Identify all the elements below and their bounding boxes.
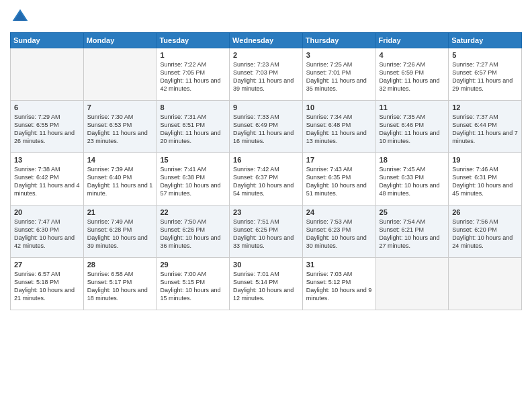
day-cell: 6Sunrise: 7:29 AM Sunset: 6:55 PM Daylig… <box>11 101 84 153</box>
day-number: 2 <box>233 51 299 59</box>
day-number: 19 <box>452 156 518 164</box>
day-cell: 1Sunrise: 7:22 AM Sunset: 7:05 PM Daylig… <box>157 48 230 101</box>
day-cell: 27Sunrise: 6:57 AM Sunset: 5:18 PM Dayli… <box>11 258 84 310</box>
day-number: 27 <box>14 261 80 269</box>
day-info: Sunrise: 7:29 AM Sunset: 6:55 PM Dayligh… <box>14 113 80 146</box>
day-cell: 25Sunrise: 7:54 AM Sunset: 6:21 PM Dayli… <box>375 205 449 258</box>
day-info: Sunrise: 7:54 AM Sunset: 6:21 PM Dayligh… <box>380 218 445 250</box>
day-cell: 23Sunrise: 7:51 AM Sunset: 6:25 PM Dayli… <box>230 205 303 258</box>
header <box>10 7 522 27</box>
day-info: Sunrise: 7:25 AM Sunset: 7:01 PM Dayligh… <box>306 60 372 93</box>
day-cell: 8Sunrise: 7:31 AM Sunset: 6:51 PM Daylig… <box>157 101 230 153</box>
day-number: 24 <box>306 208 372 216</box>
day-cell: 26Sunrise: 7:56 AM Sunset: 6:20 PM Dayli… <box>449 205 522 258</box>
header-cell-friday: Friday <box>375 33 449 48</box>
day-info: Sunrise: 7:03 AM Sunset: 5:12 PM Dayligh… <box>306 270 372 303</box>
week-row-5: 27Sunrise: 6:57 AM Sunset: 5:18 PM Dayli… <box>11 258 522 310</box>
day-number: 16 <box>233 156 299 164</box>
day-info: Sunrise: 7:30 AM Sunset: 6:53 PM Dayligh… <box>87 113 153 146</box>
day-number: 26 <box>452 208 518 216</box>
calendar-table: SundayMondayTuesdayWednesdayThursdayFrid… <box>10 32 522 310</box>
day-cell <box>375 258 449 310</box>
day-number: 15 <box>160 156 226 164</box>
day-number: 30 <box>233 261 299 269</box>
week-row-1: 1Sunrise: 7:22 AM Sunset: 7:05 PM Daylig… <box>11 48 522 101</box>
day-number: 8 <box>160 103 226 111</box>
day-number: 21 <box>87 208 153 216</box>
day-cell: 3Sunrise: 7:25 AM Sunset: 7:01 PM Daylig… <box>302 48 375 101</box>
day-cell: 10Sunrise: 7:34 AM Sunset: 6:48 PM Dayli… <box>302 101 375 153</box>
day-info: Sunrise: 7:46 AM Sunset: 6:31 PM Dayligh… <box>452 165 518 198</box>
day-info: Sunrise: 7:00 AM Sunset: 5:15 PM Dayligh… <box>160 270 226 303</box>
day-cell: 4Sunrise: 7:26 AM Sunset: 6:59 PM Daylig… <box>375 48 449 101</box>
day-number: 28 <box>87 261 153 269</box>
day-number: 18 <box>380 156 445 164</box>
day-number: 9 <box>233 103 299 111</box>
day-info: Sunrise: 7:43 AM Sunset: 6:35 PM Dayligh… <box>306 165 372 198</box>
day-number: 29 <box>160 261 226 269</box>
day-info: Sunrise: 7:23 AM Sunset: 7:03 PM Dayligh… <box>233 60 299 93</box>
day-cell: 12Sunrise: 7:37 AM Sunset: 6:44 PM Dayli… <box>449 101 522 153</box>
day-info: Sunrise: 7:26 AM Sunset: 6:59 PM Dayligh… <box>380 60 445 93</box>
day-cell: 7Sunrise: 7:30 AM Sunset: 6:53 PM Daylig… <box>83 101 157 153</box>
header-cell-sunday: Sunday <box>11 33 84 48</box>
day-cell: 13Sunrise: 7:38 AM Sunset: 6:42 PM Dayli… <box>11 153 84 205</box>
day-number: 22 <box>160 208 226 216</box>
day-number: 1 <box>160 51 226 59</box>
day-info: Sunrise: 7:51 AM Sunset: 6:25 PM Dayligh… <box>233 218 299 250</box>
day-info: Sunrise: 7:22 AM Sunset: 7:05 PM Dayligh… <box>160 60 226 93</box>
day-number: 17 <box>306 156 372 164</box>
day-info: Sunrise: 7:34 AM Sunset: 6:48 PM Dayligh… <box>306 113 372 146</box>
day-info: Sunrise: 7:42 AM Sunset: 6:37 PM Dayligh… <box>233 165 299 198</box>
day-cell: 24Sunrise: 7:53 AM Sunset: 6:23 PM Dayli… <box>302 205 375 258</box>
day-number: 13 <box>14 156 80 164</box>
day-number: 3 <box>306 51 372 59</box>
week-row-4: 20Sunrise: 7:47 AM Sunset: 6:30 PM Dayli… <box>11 205 522 258</box>
day-number: 7 <box>87 103 153 111</box>
day-number: 25 <box>380 208 445 216</box>
day-number: 31 <box>306 261 372 269</box>
day-info: Sunrise: 7:01 AM Sunset: 5:14 PM Dayligh… <box>233 270 299 303</box>
day-number: 10 <box>306 103 372 111</box>
day-cell: 22Sunrise: 7:50 AM Sunset: 6:26 PM Dayli… <box>157 205 230 258</box>
logo-icon <box>10 7 30 27</box>
day-info: Sunrise: 7:38 AM Sunset: 6:42 PM Dayligh… <box>14 165 80 198</box>
day-info: Sunrise: 6:57 AM Sunset: 5:18 PM Dayligh… <box>14 270 80 303</box>
day-cell: 29Sunrise: 7:00 AM Sunset: 5:15 PM Dayli… <box>157 258 230 310</box>
calendar-page: SundayMondayTuesdayWednesdayThursdayFrid… <box>0 0 532 411</box>
logo <box>10 7 32 27</box>
day-cell: 16Sunrise: 7:42 AM Sunset: 6:37 PM Dayli… <box>230 153 303 205</box>
day-cell <box>83 48 157 101</box>
day-cell: 15Sunrise: 7:41 AM Sunset: 6:38 PM Dayli… <box>157 153 230 205</box>
header-cell-monday: Monday <box>83 33 157 48</box>
day-cell: 30Sunrise: 7:01 AM Sunset: 5:14 PM Dayli… <box>230 258 303 310</box>
day-info: Sunrise: 7:27 AM Sunset: 6:57 PM Dayligh… <box>452 60 518 93</box>
day-info: Sunrise: 7:39 AM Sunset: 6:40 PM Dayligh… <box>87 165 153 198</box>
day-number: 14 <box>87 156 153 164</box>
day-info: Sunrise: 7:35 AM Sunset: 6:46 PM Dayligh… <box>380 113 445 146</box>
day-info: Sunrise: 7:47 AM Sunset: 6:30 PM Dayligh… <box>14 218 80 250</box>
day-info: Sunrise: 7:41 AM Sunset: 6:38 PM Dayligh… <box>160 165 226 198</box>
day-cell: 20Sunrise: 7:47 AM Sunset: 6:30 PM Dayli… <box>11 205 84 258</box>
week-row-3: 13Sunrise: 7:38 AM Sunset: 6:42 PM Dayli… <box>11 153 522 205</box>
header-cell-thursday: Thursday <box>302 33 375 48</box>
day-number: 12 <box>452 103 518 111</box>
day-cell <box>449 258 522 310</box>
day-number: 20 <box>14 208 80 216</box>
day-cell: 9Sunrise: 7:33 AM Sunset: 6:49 PM Daylig… <box>230 101 303 153</box>
day-number: 4 <box>380 51 445 59</box>
day-info: Sunrise: 6:58 AM Sunset: 5:17 PM Dayligh… <box>87 270 153 303</box>
day-cell: 14Sunrise: 7:39 AM Sunset: 6:40 PM Dayli… <box>83 153 157 205</box>
day-info: Sunrise: 7:53 AM Sunset: 6:23 PM Dayligh… <box>306 218 372 250</box>
day-info: Sunrise: 7:50 AM Sunset: 6:26 PM Dayligh… <box>160 218 226 250</box>
day-number: 23 <box>233 208 299 216</box>
day-cell: 19Sunrise: 7:46 AM Sunset: 6:31 PM Dayli… <box>449 153 522 205</box>
day-cell: 11Sunrise: 7:35 AM Sunset: 6:46 PM Dayli… <box>375 101 449 153</box>
day-number: 6 <box>14 103 80 111</box>
day-cell: 21Sunrise: 7:49 AM Sunset: 6:28 PM Dayli… <box>83 205 157 258</box>
day-cell: 31Sunrise: 7:03 AM Sunset: 5:12 PM Dayli… <box>302 258 375 310</box>
header-row: SundayMondayTuesdayWednesdayThursdayFrid… <box>11 33 522 48</box>
day-number: 5 <box>452 51 518 59</box>
day-info: Sunrise: 7:33 AM Sunset: 6:49 PM Dayligh… <box>233 113 299 146</box>
day-number: 11 <box>380 103 445 111</box>
